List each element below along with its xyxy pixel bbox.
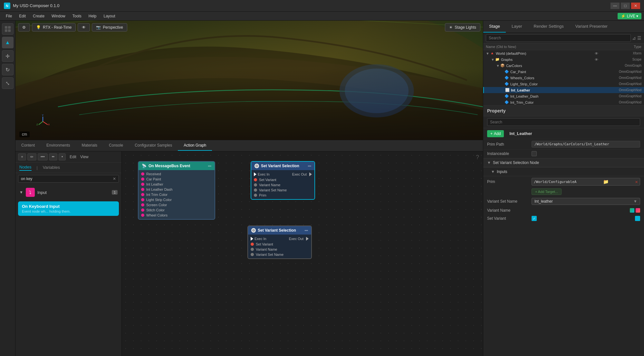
prim-input-label: Prim [487,179,529,184]
more-options-button[interactable]: ••• [38,153,48,160]
menu-help[interactable]: Help [85,13,100,20]
tab-configurator-samples[interactable]: Configurator Samples [129,140,178,151]
prim-path-row: Prim Path /World/Graphs/CarColors/Int_Le… [483,139,644,149]
property-search-input[interactable] [487,118,640,126]
maximize-button[interactable]: □ [621,3,630,9]
minimize-button[interactable]: — [610,3,620,9]
port-stitch-dot [141,208,144,212]
tree-row-wheels[interactable]: ▶ 🔷 Wheels_Colors OmniGraphNod [483,75,644,81]
tree-row-light-strip[interactable]: ▶ 🔷 Light_Strip_Color OmniGraphNod [483,81,644,87]
settings-icon[interactable]: ☰ [637,35,641,41]
stage-tab-variant-presenter[interactable]: Variant Presenter [570,21,613,33]
eye-button[interactable]: 👁 [78,23,90,32]
svs1-exec-out-label: Exec Out [292,172,307,176]
perspective-button[interactable]: 📷 Perspective [92,23,127,32]
tab-console[interactable]: Console [103,140,129,151]
move-tool-button[interactable]: ✛ [2,50,14,62]
menu-file[interactable]: File [3,13,15,20]
stage-tab-layer[interactable]: Layer [506,21,528,33]
rotate-tool-button[interactable]: ↻ [2,64,14,75]
graphs-vis-icon[interactable]: 👁 [593,58,600,62]
edit-node-button[interactable]: ✏ [27,153,36,160]
tree-row-graphs[interactable]: ▼ 📁 Graphs 👁 Scope [483,56,644,63]
svs2-variant-set-dot [251,253,254,256]
tree-row-int-leather-dash[interactable]: ▶ 🔷 Int_Leather_Dash OmniGraphNod [483,93,644,99]
window-controls: — □ ✕ [610,3,640,9]
wifi-icon: 📡 [142,164,147,168]
help-button[interactable]: ? [476,154,479,161]
stage-tab-stage[interactable]: Stage [483,21,506,33]
variant-name-input[interactable] [532,208,640,213]
tab-materials[interactable]: Materials [76,140,103,151]
filter-icon[interactable]: ⊿ [632,35,636,41]
stage-tab-render-settings[interactable]: Render Settings [528,21,570,33]
tree-row-int-trim[interactable]: ▶ 🔷 Int_Trim_Color OmniGraphNod [483,99,644,105]
svs-section-header[interactable]: ▼ Set Variant Selection Node [483,158,644,167]
close-button[interactable]: ✕ [631,3,640,9]
set-variant-checkbox[interactable]: ✓ [532,216,537,221]
tree-row-carcolors[interactable]: ▼ 📦 CarColors OmniGraph [483,63,644,69]
add-node-button[interactable]: + [18,153,26,160]
tree-row-int-leather[interactable]: ▶ ⬜ Int_Leather OmniGraphNod [483,87,644,93]
inputs-section-title: Inputs [497,169,507,174]
expand-world-icon[interactable]: ▼ [486,52,489,55]
expand-graphs-icon[interactable]: ▼ [491,58,495,62]
world-vis-icon[interactable]: 👁 [593,52,600,55]
carcolors-name: CarColors [506,64,593,68]
menu-tools[interactable]: Tools [69,13,85,20]
prim-input-field[interactable]: /World/ConfigurableA 📁 ✕ [532,178,640,186]
tree-row-car-paint[interactable]: ▶ 🔷 Car_Paint OmniGraphNod [483,69,644,75]
instanceable-checkbox[interactable] [532,151,537,156]
menu-window[interactable]: Window [48,13,69,20]
svs1-exec-in-label: Exec In [258,172,270,176]
scale-tool-button[interactable]: ⤡ [2,77,14,89]
two-dots-button[interactable]: •• [49,153,57,160]
expand-carcolors-icon[interactable]: ▼ [496,64,500,68]
graph-canvas[interactable]: ? 📡 On MessageBus Event ••• Received [122,151,483,356]
svs1-options-icon[interactable]: ••• [308,164,311,168]
menu-create[interactable]: Create [30,13,48,20]
set-variant-selection-node-1[interactable]: Set Variant Selection ••• Exec In Exec O… [251,161,315,200]
view-label[interactable]: View [80,155,89,159]
inputs-section-header[interactable]: ▼ Inputs [483,167,644,176]
variant-set-select[interactable]: Int_leather ▼ [532,198,640,205]
svs1-exec-in: Exec In Exec Out [251,171,314,177]
tab-content[interactable]: Content [15,140,41,151]
stage-lights-button[interactable]: ☀ Stage Lights [445,23,480,32]
menu-edit[interactable]: Edit [16,13,29,20]
edit-label[interactable]: Edit [70,155,76,159]
tree-row-world[interactable]: ▼ 🔺 World (defaultPrim) 👁 Xform [483,50,644,56]
clear-search-icon[interactable]: ✕ [113,177,116,181]
variant-set-name-label: Variant Set Name [487,199,529,204]
live-badge[interactable]: ⚡ LIVE ▾ [618,13,641,19]
input-type-icon: ⤵ [26,188,35,197]
menu-bar: File Edit Create Window Tools Help Layou… [0,12,644,21]
variables-tab[interactable]: Variables [43,165,60,170]
prim-clear-icon[interactable]: ✕ [635,179,638,184]
input-group-header[interactable]: ▼ ⤵ Input 1 [18,187,119,198]
message-bus-node-header: 📡 On MessageBus Event ••• [139,162,215,170]
tab-action-graph[interactable]: Action Graph [178,140,212,151]
settings-button[interactable]: ⚙ [18,23,30,32]
rtx-button[interactable]: 💡 RTX - Real-Time [32,23,76,32]
keyboard-input-node[interactable]: On Keyboard Input Event node wh... holdi… [18,201,119,216]
one-dot-button[interactable]: • [59,153,66,160]
port-wheel-dot [141,214,144,217]
folder-icon[interactable]: 📁 [603,179,609,184]
svs2-options-icon[interactable]: ••• [304,229,308,232]
bottom-tabs: Content Environments Materials Console C… [15,140,483,151]
message-bus-event-node[interactable]: 📡 On MessageBus Event ••• Received Car P… [138,161,215,220]
node-options-icon[interactable]: ••• [208,164,211,168]
select-tool-button[interactable]: ▲ [2,37,14,48]
property-header: Property [483,106,644,116]
viewport-toolbar: ⚙ 💡 RTX - Real-Time 👁 📷 Perspective ☀ St… [18,23,480,32]
tab-environments[interactable]: Environments [41,140,76,151]
menu-layout[interactable]: Layout [100,13,118,20]
set-variant-selection-node-2[interactable]: Set Variant Selection ••• Exec In Exec O… [247,226,312,259]
add-property-button[interactable]: + Add [487,130,504,137]
node-search-input[interactable] [21,177,113,181]
nodes-tab[interactable]: Nodes [19,165,32,171]
stage-search-input[interactable] [486,34,631,42]
add-target-button[interactable]: + Add Target... [532,188,562,195]
prim-input-row: Prim /World/ConfigurableA 📁 ✕ [483,176,644,187]
